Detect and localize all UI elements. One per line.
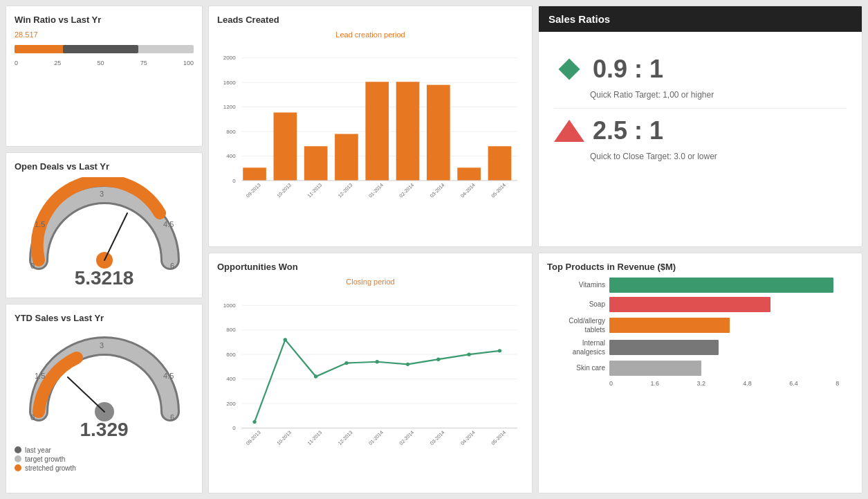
- sales-ratios-content: 0.9 : 1 Quick Ratio Target: 1,00 or high…: [547, 40, 853, 183]
- dashboard: Win Ratio vs Last Yr 28.517 0 25 50 75 1…: [0, 0, 868, 499]
- legend-dot-target: [15, 455, 21, 462]
- svg-text:09-2013: 09-2013: [246, 429, 262, 446]
- axis-100: 100: [183, 60, 194, 66]
- svg-text:1200: 1200: [223, 104, 236, 110]
- point-02-2014: [406, 362, 409, 365]
- point-01-2014: [376, 360, 379, 363]
- bar-02-2014: [396, 82, 420, 181]
- quick-ratio-block: 0.9 : 1: [554, 54, 847, 84]
- bar-03-2014: [427, 85, 450, 181]
- ytd-sales-title: YTD Sales vs Last Yr: [15, 313, 194, 323]
- svg-text:0: 0: [232, 178, 236, 184]
- axis-3-2: 3.2: [696, 380, 705, 387]
- leads-created-title: Leads Created: [217, 15, 524, 25]
- bar-05-2014: [488, 146, 512, 181]
- bar-09-2013: [243, 167, 266, 181]
- point-10-2013: [284, 338, 287, 341]
- products-chart: Vitamins Soap Cold/allergy tablets Inter…: [547, 278, 853, 387]
- win-ratio-value: 28.517: [15, 30, 194, 39]
- svg-rect-39: [558, 58, 580, 80]
- svg-text:2000: 2000: [223, 55, 236, 61]
- legend-stretched-growth: stretched growth: [15, 464, 194, 472]
- svg-text:05-2014: 05-2014: [490, 429, 507, 446]
- point-05-2014: [498, 349, 501, 352]
- svg-text:800: 800: [226, 327, 236, 333]
- svg-text:03-2014: 03-2014: [429, 182, 445, 199]
- axis-8: 8: [835, 380, 839, 387]
- point-03-2014: [436, 357, 440, 361]
- top-products-title: Top Products in Revenue ($M): [547, 262, 853, 272]
- svg-text:10-2013: 10-2013: [276, 429, 293, 446]
- product-row-soap: Soap: [547, 297, 853, 312]
- svg-text:1.5: 1.5: [35, 372, 45, 380]
- ytd-sales-value: 1.329: [15, 419, 194, 441]
- product-row-analgesics: Internal analgesics: [547, 338, 853, 356]
- axis-75: 75: [140, 60, 147, 66]
- sales-ratios-panel: Sales Ratios 0.9 : 1 Quick Ratio Target:…: [538, 6, 862, 247]
- product-label-vitamins: Vitamins: [547, 281, 609, 289]
- open-deals-title: Open Deals vs Last Yr: [15, 161, 194, 172]
- quick-ratio-label: Quick Ratio Target: 1,00 or higher: [590, 90, 847, 100]
- bar-orange: [15, 45, 66, 53]
- axis-25: 25: [54, 60, 61, 66]
- legend-dot-stretched: [15, 464, 21, 471]
- product-label-soap: Soap: [547, 300, 609, 308]
- svg-text:04-2014: 04-2014: [460, 182, 477, 199]
- line-chart-path: [255, 339, 499, 421]
- product-row-skincare: Skin care: [547, 361, 853, 376]
- top-products-panel: Top Products in Revenue ($M) Vitamins So…: [538, 253, 862, 494]
- point-11-2013: [314, 374, 317, 378]
- left-column: Win Ratio vs Last Yr 28.517 0 25 50 75 1…: [6, 6, 203, 493]
- svg-text:3: 3: [100, 190, 104, 198]
- svg-text:12-2013: 12-2013: [338, 182, 354, 199]
- svg-text:11-2013: 11-2013: [306, 429, 323, 446]
- product-bar-analgesics: [609, 340, 719, 355]
- leads-created-panel: Leads Created Lead creation period Leads…: [208, 6, 533, 247]
- win-ratio-bar: [15, 42, 194, 57]
- product-label-analgesics: Internal analgesics: [547, 338, 609, 356]
- svg-text:6: 6: [170, 413, 174, 421]
- bar-10-2013: [274, 113, 297, 181]
- axis-50: 50: [97, 60, 104, 66]
- svg-text:03-2014: 03-2014: [429, 429, 445, 446]
- svg-text:05-2014: 05-2014: [490, 182, 507, 199]
- axis-6-4: 6.4: [789, 380, 798, 387]
- svg-text:600: 600: [226, 351, 236, 357]
- product-bar-vitamins: [609, 278, 833, 293]
- svg-text:09-2013: 09-2013: [246, 182, 262, 199]
- legend-last-year: last year: [15, 446, 194, 454]
- quick-close-label: Quick to Close Target: 3.0 or lower: [590, 152, 847, 161]
- quick-close-value: 2.5 : 1: [593, 116, 663, 145]
- bar-12-2013: [335, 134, 358, 181]
- point-12-2013: [344, 361, 348, 364]
- svg-text:0: 0: [232, 425, 236, 431]
- open-deals-panel: Open Deals vs Last Yr 0 1.5 3: [6, 152, 203, 298]
- quick-close-block: 2.5 : 1: [554, 116, 847, 146]
- quick-ratio-icon: [554, 54, 584, 84]
- svg-text:6: 6: [170, 262, 174, 270]
- bar-01-2014: [365, 82, 389, 181]
- svg-text:02-2014: 02-2014: [398, 182, 415, 199]
- svg-text:11-2013: 11-2013: [306, 182, 323, 199]
- svg-text:1000: 1000: [223, 302, 236, 308]
- svg-text:10-2013: 10-2013: [276, 182, 293, 199]
- svg-text:02-2014: 02-2014: [398, 429, 415, 446]
- svg-text:1.5: 1.5: [35, 220, 45, 228]
- svg-text:200: 200: [226, 400, 236, 406]
- svg-text:04-2014: 04-2014: [460, 429, 477, 446]
- ytd-sales-panel: YTD Sales vs Last Yr 0 1.5 3 4.5 6 1.329: [6, 304, 203, 494]
- bar-04-2014: [457, 167, 481, 181]
- quick-ratio-value: 0.9 : 1: [593, 55, 663, 84]
- open-deals-gauge: 0 1.5 3 4.5 6: [25, 177, 184, 274]
- quick-close-icon: [554, 116, 584, 146]
- svg-text:800: 800: [226, 129, 236, 135]
- axis-1-6: 1.6: [650, 380, 659, 387]
- win-ratio-title: Win Ratio vs Last Yr: [15, 15, 194, 25]
- ratio-divider: [554, 108, 847, 109]
- legend: last year target growth stretched growth: [15, 446, 194, 472]
- opportunities-panel: Opportunities Won Closing period Amount …: [208, 253, 533, 494]
- svg-marker-40: [554, 120, 584, 142]
- legend-label-stretched: stretched growth: [25, 464, 76, 472]
- bar-axis: 0 25 50 75 100: [15, 60, 194, 66]
- axis-0: 0: [609, 380, 613, 387]
